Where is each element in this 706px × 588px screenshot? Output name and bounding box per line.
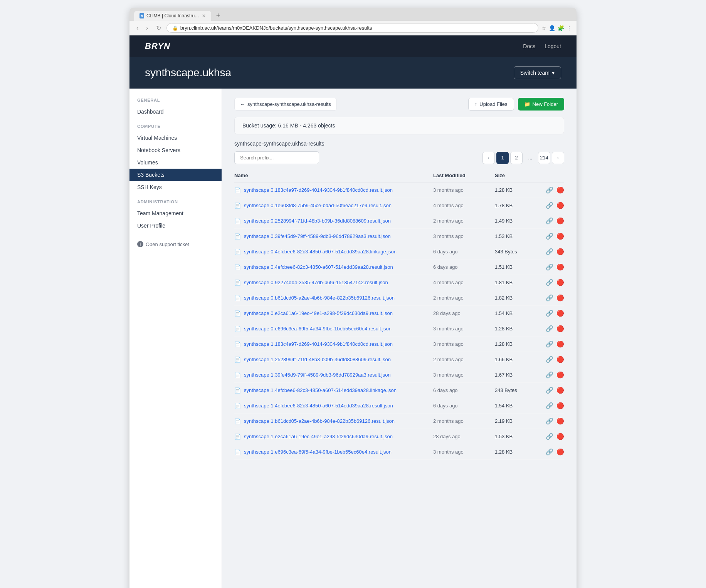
address-bar[interactable]: 🔒 bryn.climb.ac.uk/teams/m0xDEAKDNJo/buc… [166, 23, 538, 33]
delete-icon[interactable]: 🔴 [556, 310, 564, 317]
docs-link[interactable]: Docs [523, 43, 535, 49]
file-link[interactable]: synthscape.0.e2ca61a6-19ec-49e1-a298-5f2… [244, 310, 393, 316]
page-1-button[interactable]: 1 [496, 152, 509, 164]
tab-title: CLIMB | Cloud Infrastructure... [146, 13, 200, 18]
link-icon[interactable]: 🔗 [546, 371, 553, 379]
file-size: 1.67 KB [495, 372, 541, 378]
file-link[interactable]: synthscape.1.e696c3ea-69f5-4a34-9fbe-1be… [244, 449, 392, 455]
page-header: synthscape.ukhsa Switch team ▾ [129, 57, 577, 89]
sidebar-item-dashboard[interactable]: Dashboard [129, 106, 222, 118]
file-link[interactable]: synthscape.0.b61dcd05-a2ae-4b6b-984e-822… [244, 295, 395, 301]
logout-link[interactable]: Logout [545, 43, 561, 49]
link-icon[interactable]: 🔗 [546, 279, 553, 286]
back-breadcrumb[interactable]: ← synthscape-synthscape.ukhsa-results [234, 98, 337, 111]
link-icon[interactable]: 🔗 [546, 433, 553, 440]
delete-icon[interactable]: 🔴 [556, 356, 564, 363]
delete-icon[interactable]: 🔴 [556, 186, 564, 194]
sidebar-item-volumes[interactable]: Volumes [129, 156, 222, 169]
sidebar-item-notebook-servers[interactable]: Notebook Servers [129, 144, 222, 156]
file-link[interactable]: synthscape.1.39fe45d9-79ff-4589-9db3-96d… [244, 372, 391, 378]
file-link[interactable]: synthscape.0.1e603fd8-75b9-45ce-bdad-50f… [244, 203, 392, 208]
delete-icon[interactable]: 🔴 [556, 387, 564, 394]
file-link[interactable]: synthscape.1.4efcbee6-82c3-4850-a607-514… [244, 387, 397, 393]
link-icon[interactable]: 🔗 [546, 417, 553, 425]
bookmark-icon[interactable]: ☆ [541, 25, 546, 31]
sidebar-item-ssh-keys[interactable]: SSH Keys [129, 181, 222, 193]
delete-icon[interactable]: 🔴 [556, 417, 564, 425]
browser-tab[interactable]: B CLIMB | Cloud Infrastructure... ✕ [134, 11, 211, 21]
file-modified: 3 months ago [433, 372, 495, 378]
sidebar-item-team-management[interactable]: Team Management [129, 207, 222, 219]
link-icon[interactable]: 🔗 [546, 263, 553, 271]
file-size: 1.53 KB [495, 434, 541, 439]
delete-icon[interactable]: 🔴 [556, 263, 564, 271]
link-icon[interactable]: 🔗 [546, 202, 553, 209]
delete-icon[interactable]: 🔴 [556, 448, 564, 456]
link-icon[interactable]: 🔗 [546, 448, 553, 456]
file-link[interactable]: synthscape.1.4efcbee6-82c3-4850-a607-514… [244, 403, 393, 409]
extensions-icon[interactable]: 🧩 [558, 25, 564, 31]
delete-icon[interactable]: 🔴 [556, 340, 564, 348]
page-2-button[interactable]: 2 [510, 152, 523, 164]
delete-icon[interactable]: 🔴 [556, 279, 564, 286]
delete-icon[interactable]: 🔴 [556, 202, 564, 209]
upload-files-button[interactable]: ↑ Upload Files [468, 98, 514, 111]
file-link[interactable]: synthscape.1.2528994f-71fd-48b3-b09b-36d… [244, 357, 391, 362]
file-link[interactable]: synthscape.0.39fe45d9-79ff-4589-9db3-96d… [244, 233, 391, 239]
search-input[interactable] [234, 151, 319, 164]
file-name-cell: 📄 synthscape.1.e696c3ea-69f5-4a34-9fbe-1… [234, 449, 433, 455]
file-name-cell: 📄 synthscape.1.39fe45d9-79ff-4589-9db3-9… [234, 372, 433, 378]
file-link[interactable]: synthscape.0.e696c3ea-69f5-4a34-9fbe-1be… [244, 326, 392, 332]
new-tab-button[interactable]: + [213, 10, 224, 21]
file-link[interactable]: synthscape.1.e2ca61a6-19ec-49e1-a298-5f2… [244, 434, 393, 439]
link-icon[interactable]: 🔗 [546, 325, 553, 332]
link-icon[interactable]: 🔗 [546, 387, 553, 394]
link-icon[interactable]: 🔗 [546, 310, 553, 317]
table-row: 📄 synthscape.1.183c4a97-d269-4014-9304-9… [234, 337, 564, 352]
delete-icon[interactable]: 🔴 [556, 402, 564, 409]
sidebar: GENERAL Dashboard COMPUTE Virtual Machin… [129, 89, 222, 588]
file-link[interactable]: synthscape.0.2528994f-71fd-48b3-b09b-36d… [244, 218, 391, 224]
page-214-button[interactable]: 214 [538, 152, 550, 164]
menu-icon[interactable]: ⋮ [566, 25, 572, 31]
bucket-usage-text: Bucket usage: 6.16 MB - 4,263 objects [242, 122, 335, 129]
link-icon[interactable]: 🔗 [546, 248, 553, 255]
profile-icon[interactable]: 👤 [549, 25, 555, 31]
refresh-button[interactable]: ↻ [154, 23, 163, 32]
link-icon[interactable]: 🔗 [546, 402, 553, 409]
support-link[interactable]: i Open support ticket [129, 235, 222, 253]
switch-team-button[interactable]: Switch team ▾ [514, 66, 561, 79]
page-title: synthscape.ukhsa [145, 67, 231, 79]
delete-icon[interactable]: 🔴 [556, 371, 564, 379]
bucket-path: synthscape-synthscape.ukhsa-results [234, 141, 564, 147]
delete-icon[interactable]: 🔴 [556, 325, 564, 332]
app-container: BRYN Docs Logout synthscape.ukhsa Switch… [129, 35, 577, 588]
delete-icon[interactable]: 🔴 [556, 433, 564, 440]
link-icon[interactable]: 🔗 [546, 294, 553, 302]
link-icon[interactable]: 🔗 [546, 340, 553, 348]
delete-icon[interactable]: 🔴 [556, 294, 564, 302]
prev-page-button[interactable]: ‹ [482, 152, 495, 164]
sidebar-item-s3-buckets[interactable]: S3 Buckets [129, 169, 222, 181]
next-page-button[interactable]: › [552, 152, 564, 164]
back-button[interactable]: ‹ [134, 24, 141, 32]
delete-icon[interactable]: 🔴 [556, 233, 564, 240]
file-link[interactable]: synthscape.1.b61dcd05-a2ae-4b6b-984e-822… [244, 418, 395, 424]
file-link[interactable]: synthscape.0.4efcbee6-82c3-4850-a607-514… [244, 264, 393, 270]
link-icon[interactable]: 🔗 [546, 186, 553, 194]
forward-button[interactable]: › [144, 24, 150, 32]
delete-icon[interactable]: 🔴 [556, 217, 564, 224]
new-folder-button[interactable]: 📁 New Folder [518, 98, 564, 111]
file-link[interactable]: synthscape.0.92274db4-3535-47db-b6f6-151… [244, 280, 388, 285]
delete-icon[interactable]: 🔴 [556, 248, 564, 255]
sidebar-item-user-profile[interactable]: User Profile [129, 219, 222, 232]
file-link[interactable]: synthscape.1.183c4a97-d269-4014-9304-9b1… [244, 341, 393, 347]
file-link[interactable]: synthscape.0.183c4a97-d269-4014-9304-9b1… [244, 187, 393, 193]
link-icon[interactable]: 🔗 [546, 217, 553, 224]
link-icon[interactable]: 🔗 [546, 233, 553, 240]
link-icon[interactable]: 🔗 [546, 356, 553, 363]
sidebar-item-virtual-machines[interactable]: Virtual Machines [129, 132, 222, 144]
tab-close-icon[interactable]: ✕ [202, 13, 206, 18]
file-link[interactable]: synthscape.0.4efcbee6-82c3-4850-a607-514… [244, 249, 397, 255]
table-row: 📄 synthscape.0.1e603fd8-75b9-45ce-bdad-5… [234, 198, 564, 213]
